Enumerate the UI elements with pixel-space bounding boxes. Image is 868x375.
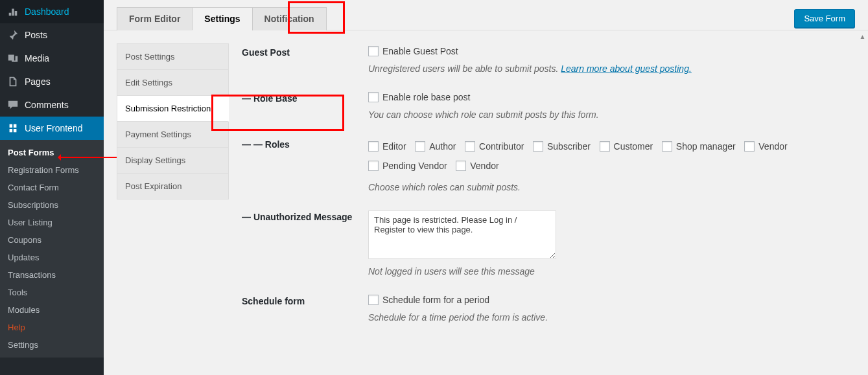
checkbox-role-base[interactable]	[368, 92, 379, 102]
learn-more-link[interactable]: Learn more about guest posting.	[561, 63, 692, 74]
submenu-tools[interactable]: Tools	[0, 284, 104, 301]
tab-form-editor[interactable]: Form Editor	[117, 7, 193, 30]
row-role-base: — Role Base Enable role base post You ca…	[242, 92, 855, 120]
checkbox-role-contributor[interactable]	[465, 141, 475, 152]
checkbox-role-customer[interactable]	[600, 141, 610, 152]
row-unauthorized-message: — Unauthorized Message Not logged in use…	[242, 210, 855, 277]
hint-role-base: You can choose which role can submit pos…	[368, 109, 855, 120]
settings-item-submission-restriction[interactable]: Submission Restriction	[117, 95, 229, 122]
settings-item-post-settings[interactable]: Post Settings	[117, 43, 229, 70]
menu-label: Comments	[25, 100, 69, 110]
checkbox-role-subscriber[interactable]	[533, 141, 543, 152]
menu-label: Pages	[25, 76, 51, 87]
save-form-button[interactable]: Save Form	[794, 9, 855, 28]
submenu-modules[interactable]: Modules	[0, 301, 104, 319]
admin-submenu: Post Forms Registration Forms Contact Fo…	[0, 140, 104, 358]
submenu-updates[interactable]: Updates	[0, 249, 104, 266]
menu-dashboard[interactable]: Dashboard	[0, 0, 104, 23]
pin-icon	[6, 28, 19, 41]
hint-roles: Choose which roles can submit posts.	[368, 182, 855, 192]
checkbox-role-shop-manager[interactable]	[662, 141, 672, 152]
dashboard-icon	[6, 5, 19, 18]
hint-schedule: Schedule for a time period the form is a…	[368, 312, 855, 323]
menu-label: Media	[25, 53, 49, 63]
menu-media[interactable]: Media	[0, 47, 104, 70]
label-roles: — — Roles	[242, 138, 368, 192]
menu-label: User Frontend	[25, 123, 82, 133]
row-schedule-form: Schedule form Schedule form for a period…	[242, 295, 855, 323]
settings-item-post-expiration[interactable]: Post Expiration	[117, 173, 229, 199]
label-unauthorized-message: — Unauthorized Message	[242, 210, 368, 277]
main-content: Form Editor Settings Notification Save F…	[104, 0, 868, 375]
checkbox-label: Schedule form for a period	[382, 295, 489, 305]
unauthorized-message-textarea[interactable]	[368, 210, 556, 259]
submenu-subscriptions[interactable]: Subscriptions	[0, 196, 104, 214]
tab-settings[interactable]: Settings	[192, 7, 252, 30]
user-frontend-icon	[6, 122, 19, 135]
submenu-coupons[interactable]: Coupons	[0, 231, 104, 249]
submenu-help[interactable]: Help	[0, 319, 104, 336]
red-arrow-annotation	[58, 157, 117, 158]
menu-user-frontend[interactable]: User Frontend	[0, 117, 104, 140]
menu-pages[interactable]: Pages	[0, 70, 104, 93]
checkbox-role-vendor[interactable]	[744, 141, 755, 152]
scroll-up-icon[interactable]: ▲	[857, 31, 868, 42]
settings-item-payment-settings[interactable]: Payment Settings	[117, 121, 229, 148]
tabs: Form Editor Settings Notification	[117, 6, 326, 30]
topbar: Form Editor Settings Notification Save F…	[104, 0, 868, 30]
label-role-base: — Role Base	[242, 92, 368, 120]
checkbox-role-author[interactable]	[415, 141, 425, 152]
submenu-transactions[interactable]: Transactions	[0, 266, 104, 284]
comment-icon	[6, 98, 19, 111]
row-roles: — — Roles Editor Author Contributor Subs…	[242, 138, 855, 192]
checkbox-label: Enable role base post	[382, 92, 470, 102]
checkbox-role-vendor-2[interactable]	[456, 161, 466, 171]
checkbox-schedule-form[interactable]	[368, 295, 379, 305]
settings-item-display-settings[interactable]: Display Settings	[117, 147, 229, 174]
submenu-settings[interactable]: Settings	[0, 336, 104, 354]
checkbox-role-editor[interactable]	[368, 141, 379, 152]
tab-notification[interactable]: Notification	[252, 7, 327, 30]
submenu-user-listing[interactable]: User Listing	[0, 214, 104, 231]
pages-icon	[6, 75, 19, 88]
submenu-registration-forms[interactable]: Registration Forms	[0, 161, 104, 179]
checkbox-role-pending-vendor[interactable]	[368, 161, 379, 171]
hint-guest-post: Unregistered users will be able to submi…	[368, 63, 855, 74]
scrollbar[interactable]: ▲	[857, 31, 868, 375]
checkbox-label: Enable Guest Post	[382, 46, 458, 56]
settings-panel: Guest Post Enable Guest Post Unregistere…	[229, 43, 855, 374]
menu-label: Dashboard	[25, 6, 69, 17]
roles-checkbox-group: Editor Author Contributor Subscriber Cus…	[368, 138, 855, 177]
menu-label: Posts	[25, 30, 47, 40]
admin-sidebar: Dashboard Posts Media Pages Comments Use…	[0, 0, 104, 375]
menu-posts[interactable]: Posts	[0, 23, 104, 47]
row-guest-post: Guest Post Enable Guest Post Unregistere…	[242, 46, 855, 74]
media-icon	[6, 52, 19, 65]
checkbox-guest-post[interactable]	[368, 46, 379, 56]
menu-comments[interactable]: Comments	[0, 93, 104, 117]
settings-sidebar: Post Settings Edit Settings Submission R…	[117, 43, 229, 362]
submenu-contact-form[interactable]: Contact Form	[0, 179, 104, 196]
label-schedule-form: Schedule form	[242, 295, 368, 323]
submenu-post-forms[interactable]: Post Forms	[0, 144, 104, 161]
settings-item-edit-settings[interactable]: Edit Settings	[117, 69, 229, 96]
label-guest-post: Guest Post	[242, 46, 368, 74]
hint-unauthorized: Not logged in users will see this messag…	[368, 266, 855, 277]
